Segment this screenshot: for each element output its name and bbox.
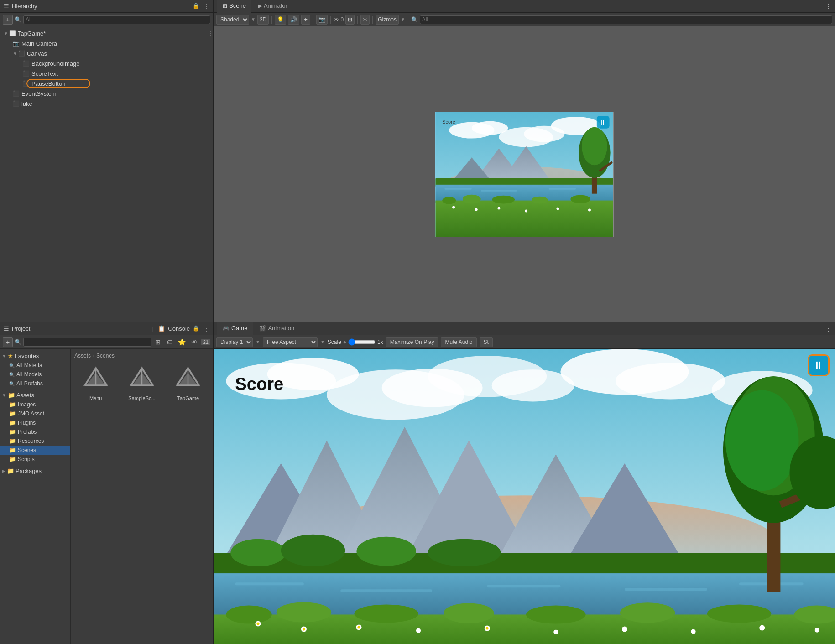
sidebar-item-prefabs[interactable]: 📁 Prefabs: [0, 427, 70, 436]
project-search-input[interactable]: [23, 338, 151, 347]
sidebar-item-all-prefabs[interactable]: 🔍 All Prefabs: [0, 379, 70, 388]
project-more-icon[interactable]: ⋮: [203, 325, 209, 332]
mode-2d-button[interactable]: 2D: [257, 15, 269, 25]
sidebar-item-images[interactable]: 📁 Images: [0, 400, 70, 409]
asset-item-menu[interactable]: Menu: [74, 363, 117, 403]
hierarchy-add-button[interactable]: +: [3, 15, 13, 25]
svg-point-16: [442, 197, 456, 204]
label-scenes: Scenes: [18, 447, 36, 453]
tree-item-pause-button[interactable]: ⬛ PauseButton: [0, 78, 213, 88]
sidebar-item-resources[interactable]: 📁 Resources: [0, 436, 70, 446]
project-label-btn[interactable]: 🏷: [164, 338, 174, 347]
assets-folder-icon: 📁: [8, 392, 15, 399]
tree-item-score-text[interactable]: ⬛ ScoreText: [0, 68, 213, 78]
scene-more-icon[interactable]: ⋮: [825, 3, 831, 10]
svg-point-29: [582, 127, 607, 165]
favorites-category[interactable]: ▼ ★ Favorites: [0, 351, 70, 361]
tree-item-bg-image[interactable]: ⬛ BackgroundImage: [0, 58, 213, 68]
svg-point-21: [452, 206, 455, 208]
hierarchy-more-icon[interactable]: ⋮: [203, 3, 209, 10]
asset-item-samplesc[interactable]: SampleSc...: [120, 363, 163, 403]
hierarchy-panel: ☰ Hierarchy 🔒 ⋮ + 🔍 ▼ ⬜ TapGame* ⋮ 📷: [0, 0, 214, 322]
label-all-models: All Models: [16, 371, 42, 378]
gizmos-dropdown[interactable]: Gizmos: [376, 15, 399, 25]
render-btn[interactable]: ⊞: [345, 15, 355, 25]
svg-point-100: [759, 625, 765, 631]
hierarchy-lock-icon[interactable]: 🔒: [193, 3, 199, 10]
folder-icon-images: 📁: [9, 401, 16, 408]
hierarchy-search-input[interactable]: [23, 15, 210, 24]
project-content: ▼ ★ Favorites 🔍 All Materia 🔍 All Models…: [0, 349, 213, 644]
scale-value: 1x: [377, 339, 383, 345]
breadcrumb-assets[interactable]: Assets: [74, 353, 91, 359]
project-lock-icon[interactable]: 🔒: [193, 325, 199, 332]
project-panel: ☰ Project | 📋 Console 🔒 ⋮ + 🔍 ⊞ 🏷 ⭐ 👁 21: [0, 322, 214, 644]
mute-audio-button[interactable]: Mute Audio: [441, 337, 476, 347]
sidebar-item-all-models[interactable]: 🔍 All Models: [0, 370, 70, 379]
folder-icon-plugins: 📁: [9, 420, 16, 426]
svg-point-85: [277, 602, 332, 622]
search-icon-models: 🔍: [9, 372, 15, 377]
project-add-button[interactable]: +: [3, 337, 13, 347]
tree-more-tapgame[interactable]: ⋮: [208, 30, 213, 36]
tab-game[interactable]: 🎮 Game: [217, 322, 253, 335]
hierarchy-toolbar: + 🔍: [0, 13, 213, 26]
tree-item-main-camera[interactable]: 📷 Main Camera: [0, 38, 213, 48]
sidebar-item-scripts[interactable]: 📁 Scripts: [0, 455, 70, 464]
game-tab-label: Game: [231, 325, 247, 332]
tree-item-event-system[interactable]: ⬛ EventSystem: [0, 88, 213, 99]
label-jmo: JMO Asset: [18, 410, 44, 417]
search-icon-materia: 🔍: [9, 363, 15, 368]
shading-dropdown[interactable]: Shaded: [216, 15, 249, 25]
svg-rect-81: [625, 588, 707, 591]
tab-animation[interactable]: 🎬 Animation: [254, 322, 300, 335]
scale-slider[interactable]: [348, 338, 376, 346]
toolbar-sep-4: [357, 16, 358, 24]
sidebar-item-all-materia[interactable]: 🔍 All Materia: [0, 361, 70, 370]
svg-point-99: [691, 629, 696, 634]
console-tab[interactable]: 📋 Console: [158, 325, 190, 332]
scene-search-input[interactable]: [420, 15, 832, 24]
breadcrumb-scenes[interactable]: Scenes: [96, 353, 115, 359]
svg-point-88: [526, 605, 586, 623]
project-filter-btn[interactable]: ⊞: [153, 338, 162, 347]
sidebar-item-plugins[interactable]: 📁 Plugins: [0, 418, 70, 427]
project-visible-btn[interactable]: 👁: [189, 338, 199, 347]
assets-category[interactable]: ▼ 📁 Assets: [0, 390, 70, 400]
scene-view[interactable]: Score ⏸: [214, 26, 835, 322]
asset-item-tapgame[interactable]: TapGame: [167, 363, 209, 403]
display-dropdown[interactable]: Display 1: [216, 337, 253, 347]
tree-arrow-canvas: ▼: [13, 51, 17, 56]
sidebar-item-scenes[interactable]: 📁 Scenes: [0, 446, 70, 455]
game-view[interactable]: Score ⏸: [214, 349, 835, 644]
tree-icon-pause-button: ⬛: [23, 80, 30, 87]
stats-button[interactable]: St: [480, 337, 493, 347]
tab-animator[interactable]: ▶ Animator: [252, 0, 293, 13]
shading-arrow: ▼: [251, 17, 256, 22]
scene-tabs: ⊞ Scene ▶ Animator ⋮: [214, 0, 835, 13]
tree-item-lake[interactable]: ⬛ lake: [0, 99, 213, 109]
sidebar-item-jmo[interactable]: 📁 JMO Asset: [0, 409, 70, 418]
project-star-btn[interactable]: ⭐: [176, 338, 188, 347]
animator-tab-label: Animator: [264, 2, 287, 9]
aspect-dropdown[interactable]: Free Aspect: [263, 337, 318, 347]
project-toolbar: + 🔍 ⊞ 🏷 ⭐ 👁 21: [0, 335, 213, 349]
camera-btn[interactable]: 📷: [316, 15, 328, 25]
packages-category[interactable]: ▶ 📁 Packages: [0, 466, 70, 476]
maximize-on-play-button[interactable]: Maximize On Play: [386, 337, 438, 347]
fx-btn[interactable]: ✦: [301, 15, 310, 25]
svg-point-22: [475, 208, 478, 211]
game-more-icon[interactable]: ⋮: [825, 325, 831, 332]
scene-toolbar: Shaded ▼ 2D 💡 🔊 ✦ 📷 👁 0 ⊞ ✂ Gizmos ▼ 🔍: [214, 13, 835, 26]
tab-scene[interactable]: ⊞ Scene: [217, 0, 251, 13]
scissors-btn[interactable]: ✂: [360, 15, 370, 25]
tree-icon-canvas: ⬛: [18, 50, 25, 57]
lighting-btn[interactable]: 💡: [275, 15, 286, 25]
tree-item-canvas[interactable]: ▼ ⬛ Canvas: [0, 48, 213, 58]
game-pause-button[interactable]: ⏸: [808, 354, 830, 376]
asset-label-tapgame: TapGame: [177, 395, 199, 401]
hierarchy-content: ▼ ⬜ TapGame* ⋮ 📷 Main Camera ▼ ⬛ Canvas …: [0, 26, 213, 322]
packages-label: Packages: [16, 467, 42, 474]
audio-btn[interactable]: 🔊: [288, 15, 299, 25]
tree-item-tapgame[interactable]: ▼ ⬜ TapGame* ⋮: [0, 28, 213, 38]
